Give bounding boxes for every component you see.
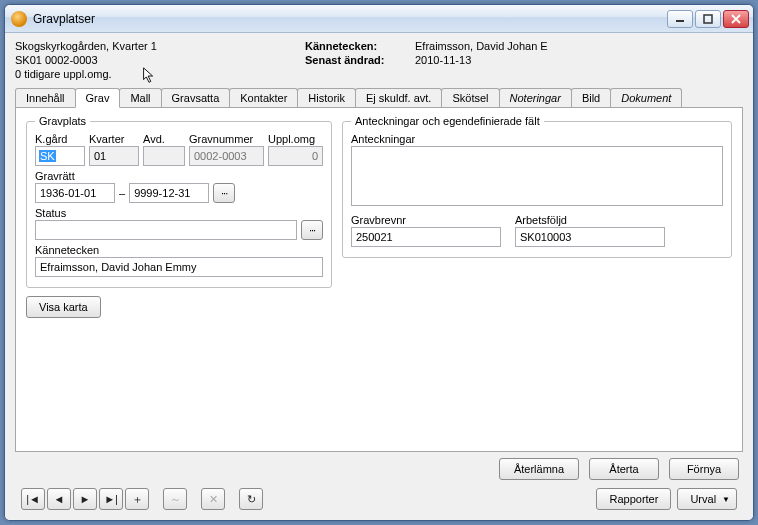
urval-button[interactable]: Urval ▼	[677, 488, 737, 510]
nav-next-button[interactable]: ►	[73, 488, 97, 510]
minimize-icon	[675, 14, 685, 24]
header-left: Skogskyrkogården, Kvarter 1 SK01 0002-00…	[15, 39, 305, 81]
urval-label: Urval	[690, 493, 716, 505]
tab-gravsatta[interactable]: Gravsatta	[161, 88, 231, 107]
minimize-button[interactable]	[667, 10, 693, 28]
nav-prev-button[interactable]: ◄	[47, 488, 71, 510]
gravratt-more-button[interactable]: ···	[213, 183, 235, 203]
gravnr-input[interactable]	[189, 146, 264, 166]
anteckningar-legend: Anteckningar och egendefinierade fält	[351, 115, 544, 127]
nav-prev-icon: ◄	[54, 493, 65, 505]
nav-edit-button[interactable]: ～	[163, 488, 187, 510]
kannetecken-input[interactable]	[35, 257, 323, 277]
rapporter-button[interactable]: Rapporter	[596, 488, 671, 510]
kvarter-label: Kvarter	[89, 133, 139, 145]
kgard-label: K.gård	[35, 133, 85, 145]
senast-label: Senast ändrad:	[305, 53, 415, 67]
plus-icon: ＋	[132, 492, 143, 507]
kannetecken-label: Kännetecken:	[305, 39, 415, 53]
kannetecken-field-label: Kännetecken	[35, 244, 323, 256]
nav-delete-button[interactable]: ✕	[201, 488, 225, 510]
edit-icon: ～	[170, 492, 181, 507]
footer: |◄ ◄ ► ►| ＋ ～ ✕ ↻ Rapporter Urval ▼	[15, 484, 743, 516]
visa-karta-button[interactable]: Visa karta	[26, 296, 101, 318]
kannetecken-value: Efraimsson, David Johan E	[415, 39, 548, 53]
header-line2: SK01 0002-0003	[15, 53, 305, 67]
avd-input[interactable]	[143, 146, 185, 166]
header-right: Kännetecken: Efraimsson, David Johan E S…	[305, 39, 743, 81]
gravbrevnr-input[interactable]	[351, 227, 501, 247]
gravnr-label: Gravnummer	[189, 133, 264, 145]
tab-grav[interactable]: Grav	[75, 88, 121, 108]
status-more-button[interactable]: ···	[301, 220, 323, 240]
gravratt-label: Gravrätt	[35, 170, 323, 182]
avd-label: Avd.	[143, 133, 185, 145]
tab-dokument[interactable]: Dokument	[610, 88, 682, 107]
refresh-icon: ↻	[247, 493, 256, 506]
header-line3: 0 tidigare uppl.omg.	[15, 67, 305, 81]
fornya-button[interactable]: Förnya	[669, 458, 739, 480]
close-icon	[731, 14, 741, 24]
gravplats-legend: Gravplats	[35, 115, 90, 127]
arbetsfoljd-label: Arbetsföljd	[515, 214, 665, 226]
gravplats-group: Gravplats K.gård SK Kvarter Avd.	[26, 115, 332, 288]
close-button[interactable]	[723, 10, 749, 28]
tab-bild[interactable]: Bild	[571, 88, 611, 107]
anteckningar-label: Anteckningar	[351, 133, 723, 145]
gravratt-from-input[interactable]	[35, 183, 115, 203]
app-icon	[11, 11, 27, 27]
chevron-down-icon: ▼	[722, 495, 730, 504]
nav-refresh-button[interactable]: ↻	[239, 488, 263, 510]
nav-add-button[interactable]: ＋	[125, 488, 149, 510]
tab-ej-skuldf-avt-[interactable]: Ej skuldf. avt.	[355, 88, 442, 107]
tab-mall[interactable]: Mall	[119, 88, 161, 107]
window-title: Gravplatser	[33, 12, 667, 26]
upplomg-input[interactable]	[268, 146, 323, 166]
content-area: Skogskyrkogården, Kvarter 1 SK01 0002-00…	[5, 33, 753, 520]
kgard-input[interactable]: SK	[35, 146, 85, 166]
nav-group: |◄ ◄ ► ►| ＋ ～ ✕ ↻	[21, 488, 263, 510]
senast-value: 2010-11-13	[415, 53, 471, 67]
tab-noteringar[interactable]: Noteringar	[499, 88, 572, 107]
tab-sk-tsel[interactable]: Skötsel	[441, 88, 499, 107]
gravratt-sep: –	[119, 187, 125, 199]
app-window: Gravplatser Skogskyrkogården, Kvarter 1 …	[4, 4, 754, 521]
nav-last-icon: ►|	[104, 493, 118, 505]
delete-icon: ✕	[209, 493, 218, 506]
gravratt-to-input[interactable]	[129, 183, 209, 203]
status-input[interactable]	[35, 220, 297, 240]
tabs: InnehållGravMallGravsattaKontakterHistor…	[15, 88, 743, 108]
arbetsfoljd-input[interactable]	[515, 227, 665, 247]
nav-first-icon: |◄	[26, 493, 40, 505]
titlebar: Gravplatser	[5, 5, 753, 33]
header-line1: Skogskyrkogården, Kvarter 1	[15, 39, 305, 53]
nav-first-button[interactable]: |◄	[21, 488, 45, 510]
gravbrevnr-label: Gravbrevnr	[351, 214, 501, 226]
nav-last-button[interactable]: ►|	[99, 488, 123, 510]
tab-kontakter[interactable]: Kontakter	[229, 88, 298, 107]
status-label: Status	[35, 207, 323, 219]
upplomg-label: Uppl.omg	[268, 133, 323, 145]
svg-rect-1	[704, 15, 712, 23]
header-info: Skogskyrkogården, Kvarter 1 SK01 0002-00…	[15, 39, 743, 81]
maximize-button[interactable]	[695, 10, 721, 28]
nav-next-icon: ►	[80, 493, 91, 505]
anteckningar-textarea[interactable]	[351, 146, 723, 206]
aterta-button[interactable]: Återta	[589, 458, 659, 480]
tab-panel-grav: Gravplats K.gård SK Kvarter Avd.	[15, 107, 743, 452]
kvarter-input[interactable]	[89, 146, 139, 166]
tab-historik[interactable]: Historik	[297, 88, 356, 107]
cursor-icon	[142, 67, 156, 85]
aterlamna-button[interactable]: Återlämna	[499, 458, 579, 480]
tab-inneh-ll[interactable]: Innehåll	[15, 88, 76, 107]
action-row: Återlämna Återta Förnya	[15, 452, 743, 484]
anteckningar-group: Anteckningar och egendefinierade fält An…	[342, 115, 732, 258]
maximize-icon	[703, 14, 713, 24]
